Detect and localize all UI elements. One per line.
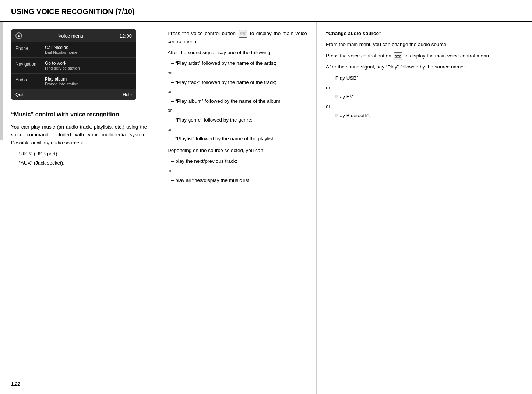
cmd-sub-navigation: Find service station [45, 66, 132, 70]
menu-row-audio: Audio Play album France Info station [11, 74, 136, 89]
right-para2: Press the voice control button ⧖⧖ to dis… [326, 52, 523, 60]
voice-menu-screen: ● Voice menu 12:00 Phone Call Nicolas Di… [11, 29, 136, 100]
voice-menu-footer: Quit Help [11, 89, 136, 100]
voice-icon: ● [15, 32, 22, 39]
or-1: or [168, 69, 307, 77]
cmd-sub-audio: France Info station [45, 82, 132, 86]
middle-para2: After the sound signal, say one of the f… [168, 49, 307, 57]
right-body1: From the main menu you can change the au… [326, 41, 523, 49]
or-4: or [168, 126, 307, 134]
list-item-playlist: – “Playlist” followed by the name of the… [171, 135, 307, 143]
list-item-play-track: – “Play track” followed by the name of t… [171, 78, 307, 87]
change-audio-heading: “Change audio source” [326, 29, 523, 38]
or-3: or [168, 106, 307, 115]
list-item-play-bluetooth: – “Play Bluetooth”. [330, 112, 523, 120]
cmd-main-navigation: Go to work [45, 61, 132, 66]
cmd-main-phone: Call Nicolas [45, 45, 132, 50]
list-item-aux: – “AUX” (Jack socket). [15, 159, 147, 167]
category-navigation: Navigation [15, 61, 45, 67]
left-column: ● Voice menu 12:00 Phone Call Nicolas Di… [0, 22, 158, 394]
list-item-usb: – “USB” (USB port); [15, 150, 147, 158]
middle-para3: Depending on the source selected, you ca… [168, 147, 307, 155]
category-audio: Audio [15, 77, 45, 82]
voice-menu-header: ● Voice menu 12:00 [11, 29, 136, 42]
or-2: or [168, 88, 307, 96]
help-button: Help [123, 92, 132, 97]
sidebar-accent [0, 22, 3, 140]
page-title: USING VOICE RECOGNITION (7/10) [0, 0, 532, 22]
menu-row-navigation: Navigation Go to work Find service stati… [11, 58, 136, 74]
list-item-next-track: – play the next/previous track; [171, 157, 307, 165]
menu-title: Voice menu [22, 33, 120, 39]
voice-control-btn-icon: ⧖⧖ [239, 30, 247, 38]
footer-divider [73, 92, 73, 98]
or-r1: or [326, 84, 523, 92]
list-item-all-titles: – play all titles/display the music list… [171, 176, 307, 184]
right-column: “Change audio source” From the main menu… [317, 22, 532, 394]
or-5: or [168, 167, 307, 175]
page: USING VOICE RECOGNITION (7/10) ● Voice m… [0, 0, 532, 394]
commands-phone: Call Nicolas Dial Nicolas home [45, 45, 132, 54]
cmd-main-audio: Play album [45, 77, 132, 82]
music-section-body: You can play music (an audio track, play… [11, 123, 147, 167]
quit-button: Quit [15, 92, 24, 97]
list-item-play-album: – “Play album” followed by the name of t… [171, 97, 307, 105]
right-para3: After the sound signal, say “Play” follo… [326, 63, 523, 71]
commands-audio: Play album France Info station [45, 77, 132, 86]
category-phone: Phone [15, 45, 45, 51]
middle-section-body: Press the voice control button ⧖⧖ to dis… [168, 29, 307, 184]
content-area: ● Voice menu 12:00 Phone Call Nicolas Di… [0, 22, 532, 394]
cmd-sub-phone: Dial Nicolas home [45, 50, 132, 54]
list-item-play-genre: – “Play genre” followed by the genre; [171, 116, 307, 124]
middle-para1: Press the voice control button ⧖⧖ to dis… [168, 29, 307, 46]
list-item-play-usb: – “Play USB”; [330, 74, 523, 82]
voice-control-btn-icon-2: ⧖⧖ [394, 52, 402, 60]
list-item-play-artist: – “Play artist” followed by the name of … [171, 59, 307, 67]
or-r2: or [326, 102, 523, 110]
middle-column: Press the voice control button ⧖⧖ to dis… [158, 22, 317, 394]
music-section-heading: “Music” control with voice recognition [11, 111, 147, 119]
menu-row-phone: Phone Call Nicolas Dial Nicolas home [11, 42, 136, 58]
right-section-body: “Change audio source” From the main menu… [326, 29, 523, 120]
commands-navigation: Go to work Find service station [45, 61, 132, 70]
music-body-para1: You can play music (an audio track, play… [11, 123, 147, 147]
page-number: 1.22 [11, 381, 20, 387]
list-item-play-fm: – “Play FM”; [330, 93, 523, 101]
clock-display: 12:00 [120, 33, 132, 39]
